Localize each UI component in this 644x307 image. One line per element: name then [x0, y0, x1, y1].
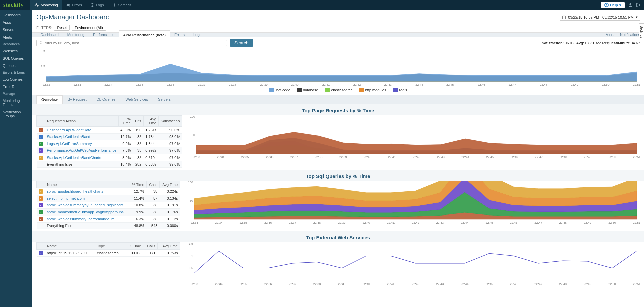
query-link[interactable]: sproc_weblogssummary_performance_m [45, 216, 129, 223]
svg-text:22:33: 22:33 [191, 221, 198, 224]
series-checkbox[interactable]: ✓ [39, 156, 43, 160]
tabs-row: DashboardMonitoringPerformanceAPM Perfor… [32, 33, 644, 37]
tab-logs[interactable]: Logs [189, 30, 206, 39]
series-checkbox[interactable]: ✓ [39, 210, 43, 214]
settings-side-tab[interactable]: Settings [639, 23, 644, 40]
svg-text:22:39: 22:39 [338, 282, 346, 286]
sidebar-item-websites[interactable]: Websites [0, 47, 32, 55]
help-button[interactable]: ? Help ▾ [601, 2, 625, 8]
search-button[interactable]: Search [230, 39, 253, 47]
table-row: ✓select monitormetric5m11.4%570.134s [37, 195, 180, 202]
gear-icon [112, 3, 117, 7]
search-input[interactable] [45, 41, 224, 45]
subtab-servers[interactable]: Servers [153, 95, 176, 104]
svg-text:50: 50 [190, 199, 193, 202]
svg-text:50: 50 [192, 133, 195, 137]
sidebar-item-monitoring-templates[interactable]: Monitoring Templates [0, 97, 32, 108]
series-checkbox[interactable]: ✓ [39, 135, 43, 139]
page-title: OpsManager Dashboard [36, 13, 110, 21]
logo[interactable]: stackify [3, 2, 24, 8]
tab-right-notifications[interactable]: Notifications [620, 33, 640, 37]
page-requests-table: Requested Action % Time Hits Avg Time Sa… [36, 115, 182, 168]
svg-text:1: 1 [191, 254, 193, 258]
action-link[interactable]: Logs.Api.GetErrorSummary [45, 140, 119, 147]
subtab-by-request[interactable]: By Request [63, 95, 92, 104]
legend-item[interactable]: elasticsearch [325, 88, 352, 92]
svg-text:22:47: 22:47 [509, 83, 516, 86]
table-row: Everything Else18.4%2820.338s99.0% [37, 161, 182, 167]
nav-errors[interactable]: Errors [62, 0, 86, 10]
svg-text:22:48: 22:48 [559, 155, 567, 159]
nav-logs[interactable]: Logs [86, 0, 108, 10]
legend-item[interactable]: redis [393, 88, 407, 92]
calendar-icon [562, 15, 566, 19]
query-link: Everything Else [45, 223, 129, 229]
svg-text:22:46: 22:46 [478, 83, 485, 86]
sidebar-item-servers[interactable]: Servers [0, 26, 32, 34]
sidebar-item-apps[interactable]: Apps [0, 19, 32, 26]
action-link[interactable]: Performance.Api.GetWebAppPerformance [45, 147, 119, 154]
svg-text:22:43: 22:43 [384, 83, 392, 86]
sidebar-item-notification-groups[interactable]: Notification Groups [0, 108, 32, 120]
nav-settings[interactable]: Settings [108, 0, 136, 10]
svg-text:22:46: 22:46 [510, 282, 518, 286]
svg-text:?: ? [606, 4, 607, 7]
svg-text:22:48: 22:48 [540, 83, 547, 86]
nav-monitoring[interactable]: Monitoring [30, 0, 62, 10]
sidebar-item-sql-queries[interactable]: SQL Queries [0, 55, 32, 62]
legend-item[interactable]: .net code [269, 88, 290, 92]
svg-text:22:48: 22:48 [559, 221, 567, 224]
subtab-overview[interactable]: Overview [36, 95, 63, 104]
stack-icon [90, 3, 95, 7]
series-checkbox[interactable]: ✓ [39, 142, 43, 146]
series-checkbox[interactable]: ✓ [39, 148, 43, 153]
service-link: http://172.19.12.62:9200 [45, 250, 95, 257]
series-checkbox[interactable]: ✓ [39, 217, 43, 221]
tab-apm-performance-beta-[interactable]: APM Performance (beta) [119, 30, 170, 39]
svg-point-1 [114, 4, 115, 6]
svg-text:22:39: 22:39 [339, 155, 347, 159]
action-link[interactable]: Stacks.Api.GetHealthBand [45, 133, 119, 140]
subtab-db-queries[interactable]: Db Queries [92, 95, 121, 104]
tab-performance[interactable]: Performance [89, 30, 119, 39]
query-link[interactable]: sproc_monitormetric1hbyapp_avgbyappgroup… [45, 209, 129, 216]
tab-monitoring[interactable]: Monitoring [63, 30, 89, 39]
svg-text:22:45: 22:45 [485, 221, 493, 224]
query-link[interactable]: sproc_weblogsummarybyurl_paged_significa… [45, 202, 129, 209]
sidebar-item-dashboard[interactable]: Dashboard [0, 11, 32, 19]
svg-text:100: 100 [188, 181, 193, 184]
action-link[interactable]: Stacks.Api.GetHealthBandCharts [45, 154, 119, 161]
series-checkbox[interactable]: ✓ [39, 189, 43, 194]
svg-text:22:35: 22:35 [136, 83, 143, 86]
sidebar-item-alerts[interactable]: Alerts [0, 34, 32, 41]
tab-right-alerts[interactable]: Alerts [606, 33, 615, 37]
svg-text:22:38: 22:38 [229, 83, 236, 86]
sidebar-item-log-queries[interactable]: Log Queries [0, 76, 32, 83]
tab-dashboard[interactable]: Dashboard [36, 30, 63, 39]
svg-text:22:47: 22:47 [534, 282, 542, 286]
section-title-1: Top Page Requests by % Time [32, 104, 644, 115]
series-checkbox[interactable]: ✓ [39, 251, 43, 255]
series-checkbox[interactable]: ✓ [39, 128, 43, 132]
user-icon[interactable] [628, 3, 633, 7]
svg-text:22:48: 22:48 [559, 282, 567, 286]
svg-text:22:36: 22:36 [264, 282, 272, 286]
series-checkbox[interactable]: ✓ [39, 203, 43, 207]
query-link[interactable]: select monitormetric5m [45, 195, 129, 202]
subtab-web-services[interactable]: Web Services [120, 95, 153, 104]
svg-text:22:36: 22:36 [167, 83, 174, 86]
action-link[interactable]: Dashboard.Api.WidgetData [45, 127, 119, 134]
legend-item[interactable]: database [297, 88, 318, 92]
sidebar-item-queues[interactable]: Queues [0, 62, 32, 69]
logout-icon[interactable] [636, 3, 641, 7]
query-link[interactable]: sproc_appdashboard_healthcharts [45, 188, 129, 195]
sidebar-item-error-rates[interactable]: Error Rates [0, 83, 32, 90]
legend-item[interactable]: http modules [359, 88, 386, 92]
bug-icon [66, 3, 71, 7]
top-nav: stackify Monitoring Errors Logs Settings… [0, 0, 644, 10]
svg-text:22:40: 22:40 [291, 83, 299, 86]
date-range-picker[interactable]: 03/22/15 10:32 PM - 03/22/15 10:51 PM ▾ [560, 14, 640, 21]
series-checkbox[interactable]: ✓ [39, 196, 43, 201]
tab-errors[interactable]: Errors [170, 30, 189, 39]
table-row: ✓http://172.19.12.62:9200elasticsearch10… [37, 250, 180, 257]
